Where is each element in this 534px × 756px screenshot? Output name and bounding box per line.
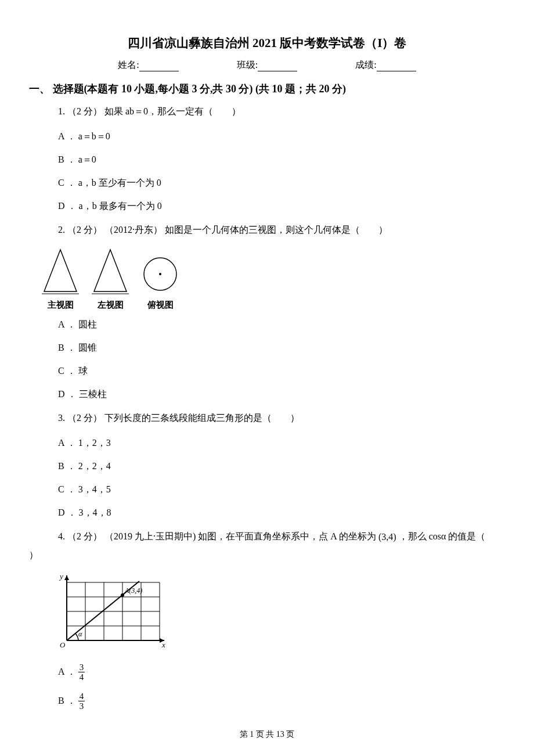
denominator: 3 xyxy=(78,701,85,711)
svg-point-5 xyxy=(159,273,161,275)
q3-stem: 3. （2 分） 下列长度的三条线段能组成三角形的是（ ） xyxy=(58,411,505,426)
q4-stem: 4. （2 分） （2019 九上·玉田期中) 如图，在平面直角坐标系中，点 A… xyxy=(58,529,505,545)
q2-option-b: B ． 圆锥 xyxy=(58,341,505,355)
side-view: 左视图 xyxy=(91,247,130,311)
svg-marker-2 xyxy=(94,250,127,291)
q4-option-a: A ． 3 4 xyxy=(58,663,505,682)
q4-option-b: B ． 4 3 xyxy=(58,692,505,711)
q3-option-b: B ． 2，2，4 xyxy=(58,459,505,473)
exam-title: 四川省凉山彝族自治州 2021 版中考数学试卷（I）卷 xyxy=(29,35,505,51)
class-field: 班级: xyxy=(237,59,297,71)
triangle-icon xyxy=(41,247,80,295)
q4-stem-pre: 4. （2 分） （2019 九上·玉田期中) 如图，在平面直角坐标系中，点 A… xyxy=(58,531,376,541)
fraction-3-4: 3 4 xyxy=(78,663,85,682)
q3-option-d: D ． 3，4，8 xyxy=(58,506,505,520)
name-blank[interactable] xyxy=(139,61,179,71)
coordinate-grid-icon: y x O A(3,4) α xyxy=(55,571,165,652)
q2-option-a: A ． 圆柱 xyxy=(58,318,505,332)
score-field: 成绩: xyxy=(355,59,416,71)
q2-option-d: D ． 三棱柱 xyxy=(58,387,505,401)
side-view-label: 左视图 xyxy=(91,300,130,311)
q1-option-c: C ． a，b 至少有一个为 0 xyxy=(58,176,505,190)
q2-stem: 2. （2 分） （2012·丹东） 如图是一个几何体的三视图，则这个几何体是（… xyxy=(58,222,505,237)
top-view: 俯视图 xyxy=(140,247,180,311)
svg-text:α: α xyxy=(78,630,82,638)
svg-marker-20 xyxy=(64,575,69,580)
numerator: 4 xyxy=(78,692,85,702)
svg-marker-0 xyxy=(44,250,77,291)
student-info-row: 姓名: 班级: 成绩: xyxy=(29,59,505,71)
name-label: 姓名: xyxy=(118,60,139,70)
q4-b-prefix: B ． xyxy=(58,696,76,705)
svg-text:x: x xyxy=(161,640,165,649)
score-label: 成绩: xyxy=(355,60,376,70)
q4-coordinate-figure: y x O A(3,4) α xyxy=(55,571,505,654)
front-view: 主视图 xyxy=(41,247,80,311)
q2-option-c: C ． 球 xyxy=(58,364,505,378)
svg-text:A(3,4): A(3,4) xyxy=(124,586,142,595)
q2-views-figure: 主视图 左视图 俯视图 xyxy=(41,247,505,311)
q4-stem-mid: ，那么 cosα 的值是（ xyxy=(399,531,486,541)
front-view-label: 主视图 xyxy=(41,300,80,311)
q1-option-d: D ． a，b 最多有一个为 0 xyxy=(58,199,505,213)
svg-text:y: y xyxy=(59,572,63,581)
q4-stem-close: ） xyxy=(29,549,505,561)
q3-option-a: A ． 1，2，3 xyxy=(58,436,505,450)
svg-point-22 xyxy=(121,593,124,597)
svg-text:O: O xyxy=(60,640,66,649)
q1-option-a: A ． a＝b＝0 xyxy=(58,129,505,143)
top-view-label: 俯视图 xyxy=(140,300,180,311)
q1-option-b: B ． a＝0 xyxy=(58,153,505,167)
triangle-icon xyxy=(91,247,130,295)
denominator: 4 xyxy=(78,672,85,682)
q3-option-c: C ． 3，4，5 xyxy=(58,483,505,496)
numerator: 3 xyxy=(78,663,85,673)
q1-stem: 1. （2 分） 如果 ab＝0，那么一定有（ ） xyxy=(58,104,505,119)
fraction-4-3: 4 3 xyxy=(78,692,85,711)
name-field: 姓名: xyxy=(118,59,178,71)
class-label: 班级: xyxy=(237,60,258,70)
score-blank[interactable] xyxy=(377,61,416,71)
circle-dot-icon xyxy=(140,247,180,295)
page-footer: 第 1 页 共 13 页 xyxy=(0,729,534,740)
class-blank[interactable] xyxy=(258,61,297,71)
section-1-header: 一、 选择题(本题有 10 小题,每小题 3 分,共 30 分) (共 10 题… xyxy=(29,82,505,96)
q4-a-prefix: A ． xyxy=(58,667,76,676)
coord-3-4: (3,4) xyxy=(378,530,396,545)
